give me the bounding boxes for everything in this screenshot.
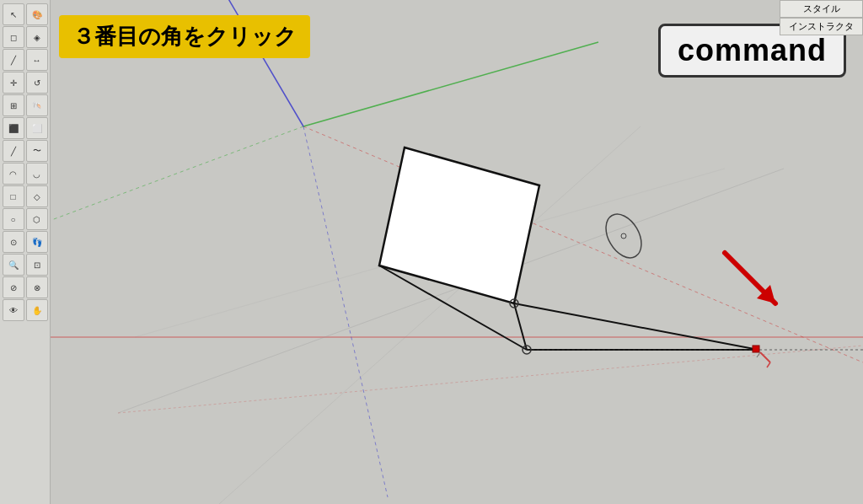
tool-row-5: ⊞ 🐚: [3, 94, 48, 116]
style-tab[interactable]: スタイル: [780, 0, 863, 18]
instructor-tab[interactable]: インストラクタ: [780, 18, 863, 35]
tool-row-4: ✛ ↺: [3, 72, 48, 94]
texture-tool[interactable]: ◈: [26, 26, 48, 48]
instruction-label: ３番目の角をクリック: [59, 15, 310, 58]
tool-row-8: ◠ ◡: [3, 163, 48, 185]
section-plane-tool[interactable]: ⊘: [3, 276, 24, 298]
polygon-tool[interactable]: ⬡: [26, 208, 48, 230]
push-pull-tool[interactable]: ⬛: [3, 117, 24, 139]
toolbar: ↖ 🎨 ◻ ◈ ╱ ↔ ✛ ↺ ⊞ 🐚 ⬛ ⬜ ╱ 〜 ◠ ◡ □ ◇ ○ ⬡ …: [0, 0, 51, 504]
dim-tool[interactable]: ↔: [26, 49, 48, 71]
follow-tool[interactable]: 🐚: [26, 94, 48, 116]
scale-tool[interactable]: ⊞: [3, 94, 24, 116]
erase-tool[interactable]: ◻: [3, 26, 24, 48]
offset-tool[interactable]: ⬜: [26, 117, 48, 139]
pan-tool[interactable]: ✋: [26, 299, 48, 321]
rot-rect-tool[interactable]: ◇: [26, 185, 48, 207]
line-tool[interactable]: ╱: [3, 140, 24, 162]
orbit-tool[interactable]: ⊙: [3, 231, 24, 253]
zoom-window-tool[interactable]: ⊡: [26, 254, 48, 276]
tool-row-11: ⊙ 👣: [3, 231, 48, 253]
rect-tool[interactable]: □: [3, 185, 24, 207]
arc-tool[interactable]: ◠: [3, 163, 24, 185]
tool-row-2: ◻ ◈: [3, 26, 48, 48]
view-tool[interactable]: 👁: [3, 299, 24, 321]
tool-row-3: ╱ ↔: [3, 49, 48, 71]
tool-row-7: ╱ 〜: [3, 140, 48, 162]
paint-tool[interactable]: 🎨: [26, 3, 48, 25]
select-tool[interactable]: ↖: [3, 3, 24, 25]
arc2-tool[interactable]: ◡: [26, 163, 48, 185]
tool-row-12: 🔍 ⊡: [3, 254, 48, 276]
zoom-tool[interactable]: 🔍: [3, 254, 24, 276]
tool-row-9: □ ◇: [3, 185, 48, 207]
move-tool[interactable]: ✛: [3, 72, 24, 94]
circle-tool[interactable]: ○: [3, 208, 24, 230]
freehand-tool[interactable]: 〜: [26, 140, 48, 162]
tape-tool[interactable]: ╱: [3, 49, 24, 71]
rotate-tool[interactable]: ↺: [26, 72, 48, 94]
top-right-tabs: スタイル インストラクタ: [780, 0, 863, 35]
tool-row-14: 👁 ✋: [3, 299, 48, 321]
section2-tool[interactable]: ⊗: [26, 276, 48, 298]
walk-tool[interactable]: 👣: [26, 231, 48, 253]
tool-row-10: ○ ⬡: [3, 208, 48, 230]
svg-rect-18: [753, 346, 759, 352]
tool-row-1: ↖ 🎨: [3, 3, 48, 25]
tool-row-6: ⬛ ⬜: [3, 117, 48, 139]
tool-row-13: ⊘ ⊗: [3, 276, 48, 298]
